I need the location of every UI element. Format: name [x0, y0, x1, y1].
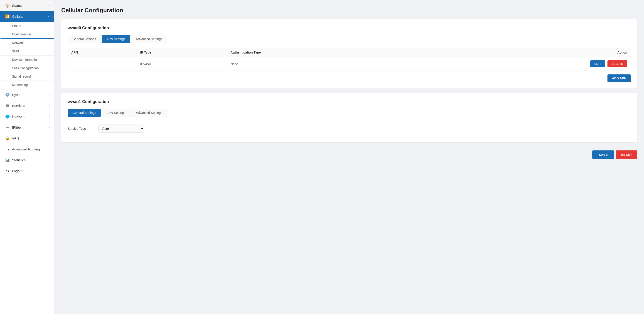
wwan0-apn-table: APN IP Type Authentication Type Action I…	[68, 48, 631, 71]
submenu-cellular-status[interactable]: Status	[0, 22, 54, 30]
col-iptype-header: IP Type	[136, 48, 227, 57]
cell-iptype: IPV4V6	[136, 57, 227, 71]
vpn-icon: 🔒	[5, 136, 10, 140]
advanced-routing-icon: ⇆	[5, 147, 10, 151]
chevron-cellular-icon: ∨	[48, 15, 50, 18]
wwan0-tabs: General Settings APN Settings Advanced S…	[68, 35, 631, 43]
sidebar: 🏠 Status › 📶 Cellular ∨ Status Configura…	[0, 0, 54, 314]
submenu-cellular-modem-log[interactable]: Modem log	[0, 81, 54, 89]
sidebar-label-vpn: VPN	[12, 136, 19, 140]
sidebar-label-logout: Logout	[12, 169, 22, 173]
wwan1-card: wwan1 Configuration General Settings APN…	[61, 93, 637, 142]
statistics-icon: 📊	[5, 158, 10, 162]
delete-apn-button[interactable]: DELETE	[608, 60, 627, 68]
submenu-cellular-signal-record[interactable]: Signal record	[0, 72, 54, 81]
chevron-advanced-routing-icon: ›	[49, 148, 50, 151]
main-content: Cellular Configuration wwan0 Configurati…	[54, 0, 644, 314]
sidebar-label-statistics: Statistics	[12, 158, 26, 162]
save-button[interactable]: SAVE	[592, 150, 614, 159]
sidebar-label-cellular: Cellular	[12, 14, 24, 18]
wwan1-tab-apn[interactable]: APN Settings	[102, 109, 130, 117]
chevron-network-icon: ›	[49, 115, 50, 118]
sidebar-item-system[interactable]: ⚙️ System ›	[0, 89, 54, 100]
logout-icon: ↪	[5, 168, 10, 173]
edit-apn-button[interactable]: EDIT	[590, 60, 605, 68]
submenu-cellular-network[interactable]: Network	[0, 39, 54, 47]
chevron-vpn-icon: ›	[49, 136, 50, 140]
submenu-cellular-sms[interactable]: SMS	[0, 47, 54, 56]
services-icon: ▦	[5, 103, 10, 108]
page-title: Cellular Configuration	[61, 7, 637, 14]
sidebar-item-vpn[interactable]: 🔒 VPN ›	[0, 133, 54, 144]
sidebar-label-system: System	[12, 93, 23, 97]
sidebar-item-status[interactable]: 🏠 Status ›	[0, 0, 54, 11]
sidebar-label-ipfiber: IPfiber	[12, 126, 22, 129]
service-type-select[interactable]: Auto 4G/LTE Only 3G Only 2G Only	[98, 124, 144, 133]
network-icon: 🌐	[5, 114, 10, 119]
wwan0-tab-general[interactable]: General Settings	[68, 35, 101, 43]
wwan0-card: wwan0 Configuration General Settings APN…	[61, 19, 637, 88]
wwan0-tab-apn[interactable]: APN Settings	[102, 35, 130, 43]
table-row: IPV4V6 None EDIT DELETE	[68, 57, 631, 71]
add-apn-button[interactable]: ADD APN	[608, 74, 631, 82]
sidebar-label-advanced-routing: Advanced Routing	[12, 147, 40, 151]
chevron-services-icon: ›	[49, 104, 50, 107]
wwan0-tab-advanced[interactable]: Advanced Settings	[131, 35, 167, 43]
cell-authtype: None	[227, 57, 412, 71]
sidebar-item-advanced-routing[interactable]: ⇆ Advanced Routing ›	[0, 144, 54, 154]
sidebar-item-logout[interactable]: ↪ Logout	[0, 166, 54, 176]
sidebar-item-services[interactable]: ▦ Services ›	[0, 100, 54, 111]
wwan1-tab-advanced[interactable]: Advanced Settings	[131, 109, 167, 117]
chevron-statistics-icon: ›	[49, 158, 50, 162]
submenu-cellular-configuration[interactable]: Configuration	[0, 30, 54, 39]
wwan1-tab-general[interactable]: General Settings	[68, 109, 101, 117]
sidebar-item-ipfiber[interactable]: ⇌ IPfiber ›	[0, 122, 54, 133]
service-type-label: Service Type	[68, 127, 95, 130]
service-type-row: Service Type Auto 4G/LTE Only 3G Only 2G…	[68, 122, 631, 136]
col-authtype-header: Authentication Type	[227, 48, 412, 57]
sidebar-item-statistics[interactable]: 📊 Statistics ›	[0, 154, 54, 166]
col-apn-header: APN	[68, 48, 136, 57]
wwan1-title: wwan1 Configuration	[68, 99, 631, 104]
system-icon: ⚙️	[5, 92, 10, 97]
chevron-icon: ›	[49, 4, 50, 7]
cellular-icon: 📶	[5, 14, 10, 18]
cell-action: EDIT DELETE	[412, 57, 631, 71]
reset-button[interactable]: RESET	[616, 150, 637, 159]
submenu-cellular-sms-config[interactable]: SMS Configuration	[0, 64, 54, 72]
wwan1-tabs: General Settings APN Settings Advanced S…	[68, 109, 631, 117]
chevron-system-icon: ›	[49, 93, 50, 96]
sidebar-label-services: Services	[12, 104, 25, 108]
chevron-ipfiber-icon: ›	[49, 126, 50, 129]
ipfiber-icon: ⇌	[5, 125, 10, 130]
cell-apn	[68, 57, 136, 71]
sidebar-item-cellular[interactable]: 📶 Cellular ∨	[0, 11, 54, 22]
wwan0-title: wwan0 Configuration	[68, 26, 631, 30]
submenu-cellular-device-info[interactable]: Device Information	[0, 56, 54, 64]
col-action-header: Action	[412, 48, 631, 57]
wwan0-table-wrap: APN IP Type Authentication Type Action I…	[68, 48, 631, 71]
bottom-actions: SAVE RESET	[61, 147, 637, 161]
sidebar-label-network: Network	[12, 114, 24, 118]
sidebar-item-network[interactable]: 🌐 Network ›	[0, 111, 54, 122]
sidebar-label-status: Status	[12, 4, 22, 8]
home-icon: 🏠	[5, 3, 10, 8]
